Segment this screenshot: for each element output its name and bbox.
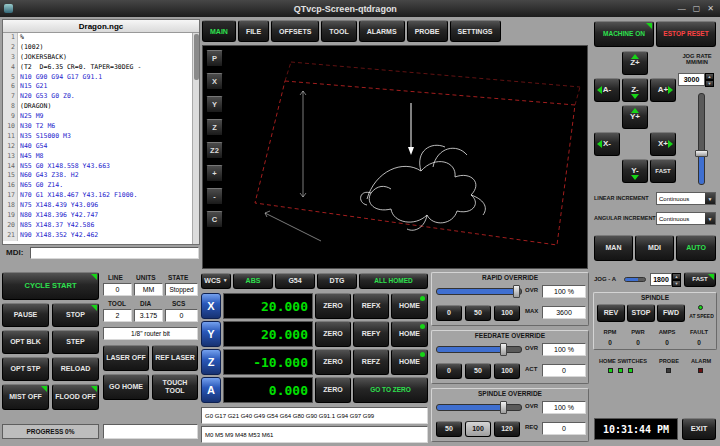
axis-x-button[interactable]: X [201,293,221,319]
gcode-line[interactable]: 17 N70 G1 X148.467 Y43.162 F1000. [3,191,199,201]
gcode-line[interactable]: 4 (T2 D=6.35 CR=0. TAPER=30DEG - [3,63,199,73]
gcode-line[interactable]: 13 N45 M8 [3,152,199,162]
tab[interactable]: FILE [238,20,269,42]
gcode-line[interactable]: 14 N55 G0 X148.558 Y43.663 [3,162,199,172]
view-button[interactable]: Y [206,96,223,113]
toolpath-plot[interactable] [225,47,587,267]
jog-x-minus-button[interactable]: X- [594,132,620,156]
feed-override-slider[interactable] [436,346,522,353]
jog-rate-slider[interactable] [698,93,705,185]
tab[interactable]: TOOL [321,20,356,42]
rapid-100-button[interactable]: 100 [494,305,520,321]
slider-handle[interactable] [500,343,507,356]
gcode-line[interactable]: 2 (1002) [3,43,199,53]
feed-100-button[interactable]: 100 [494,363,520,379]
mdi-input[interactable] [30,247,199,259]
tab[interactable]: MAIN [202,20,236,42]
estop-reset-button[interactable]: ESTOP RESET [656,21,716,47]
cycle-start-button[interactable]: CYCLE START [2,272,99,300]
zero-y-button[interactable]: ZERO [315,321,351,347]
gcode-line[interactable]: 6 N15 G21 [3,82,199,92]
angular-increment-select[interactable]: Continuous ▼ [656,212,716,225]
jog-a-rate-spinbox[interactable]: 1800 ▲▼ [650,273,681,286]
close-button[interactable]: ✕ [707,4,714,13]
jog-y-minus-button[interactable]: Y- [622,159,648,183]
mist-button[interactable]: MIST OFF [2,384,49,410]
spin-down-icon[interactable]: ▼ [705,80,714,87]
tab[interactable]: PROBE [407,20,448,42]
feed-50-button[interactable]: 50 [465,363,491,379]
spin-down-icon[interactable]: ▼ [672,280,681,287]
home-x-button[interactable]: HOME [391,293,428,319]
reload-button[interactable]: RELOAD [52,357,99,381]
g54-button[interactable]: G54 [275,273,315,289]
spindle-fwd-button[interactable]: FWD [657,304,685,322]
status-input[interactable] [103,424,198,439]
rapid-50-button[interactable]: 50 [465,305,491,321]
spin-up-icon[interactable]: ▲ [672,273,681,280]
view-button[interactable]: P [206,50,223,67]
gcode-line[interactable]: 19 N80 X148.396 Y42.747 [3,211,199,221]
stop-button[interactable]: STOP [52,303,99,327]
exit-button[interactable]: EXIT [682,418,716,440]
wcs-dropdown[interactable]: WCS▼ [201,273,231,289]
spindle-120-button[interactable]: 120 [494,421,520,437]
step-button[interactable]: STEP [52,330,99,354]
toolpath-display[interactable]: PXYZZ2+-C [202,45,588,269]
rapid-0-button[interactable]: 0 [436,305,462,321]
view-button[interactable]: - [206,188,223,205]
zero-z-button[interactable]: ZERO [315,349,351,375]
ref-y-button[interactable]: REFY [353,321,389,347]
gcode-line[interactable]: 5 N10 G90 G94 G17 G91.1 [3,73,199,83]
touch-tool-button[interactable]: TOUCH TOOL [152,374,198,400]
gcode-line[interactable]: 16 N65 G0 Z14. [3,181,199,191]
jog-y-plus-button[interactable]: Y+ [622,105,648,129]
view-button[interactable]: C [206,211,223,228]
abs-button[interactable]: ABS [233,273,273,289]
axis-y-button[interactable]: Y [201,321,221,347]
go-home-button[interactable]: GO HOME [103,374,149,400]
gcode-line[interactable]: 7 N20 G53 G0 Z0. [3,92,199,102]
zero-x-button[interactable]: ZERO [315,293,351,319]
spindle-override-slider[interactable] [436,404,522,411]
tab[interactable]: OFFSETS [271,20,319,42]
go-to-zero-button[interactable]: GO TO ZERO [353,377,428,403]
spin-up-icon[interactable]: ▲ [705,73,714,80]
scrollbar-thumb[interactable] [194,34,199,80]
jog-a-plus-button[interactable]: A+ [650,78,676,102]
minimize-button[interactable]: — [678,4,686,13]
pause-button[interactable]: PAUSE [2,303,49,327]
jog-a-rate-slider[interactable] [624,277,646,282]
slider-handle[interactable] [500,401,507,414]
spindle-stop-button[interactable]: STOP [627,304,655,322]
axis-a-button[interactable]: A [201,377,221,403]
gcode-line[interactable]: 20 N85 X148.37 Y42.586 [3,221,199,231]
home-y-button[interactable]: HOME [391,321,428,347]
gcode-line[interactable]: 10 N30 T2 M6 [3,122,199,132]
view-button[interactable]: + [206,165,223,182]
spindle-50-button[interactable]: 50 [436,421,462,437]
slider-handle[interactable] [695,150,708,157]
rapid-override-slider[interactable] [436,288,522,295]
ref-x-button[interactable]: REFX [353,293,389,319]
tab[interactable]: ALARMS [359,20,405,42]
gcode-viewer[interactable]: 1 % 2 (1002) 3 (JOKERSBACK) 4 (T2 D=6.35… [3,33,199,244]
gcode-line[interactable]: 18 N75 X148.439 Y43.096 [3,201,199,211]
spindle-100-button[interactable]: 100 [465,421,491,437]
gcode-line[interactable]: 3 (JOKERSBACK) [3,53,199,63]
jog-rate-spinbox[interactable]: 3000 ▲▼ [678,73,714,86]
view-button[interactable]: Z2 [206,142,223,159]
ref-z-button[interactable]: REFZ [353,349,389,375]
view-button[interactable]: Z [206,119,223,136]
home-z-button[interactable]: HOME [391,349,428,375]
zero-a-button[interactable]: ZERO [315,377,351,403]
gcode-line[interactable]: 1 % [3,33,199,43]
view-button[interactable]: X [206,73,223,90]
machine-on-button[interactable]: MACHINE ON [594,21,654,47]
gcode-line[interactable]: 11 N35 S15000 M3 [3,132,199,142]
gcode-line[interactable]: 15 N60 G43 Z38. H2 [3,171,199,181]
linear-increment-select[interactable]: Continuous ▼ [656,192,716,205]
jog-a-minus-button[interactable]: A- [594,78,620,102]
axis-z-button[interactable]: Z [201,349,221,375]
auto-mode-button[interactable]: AUTO [676,235,716,261]
